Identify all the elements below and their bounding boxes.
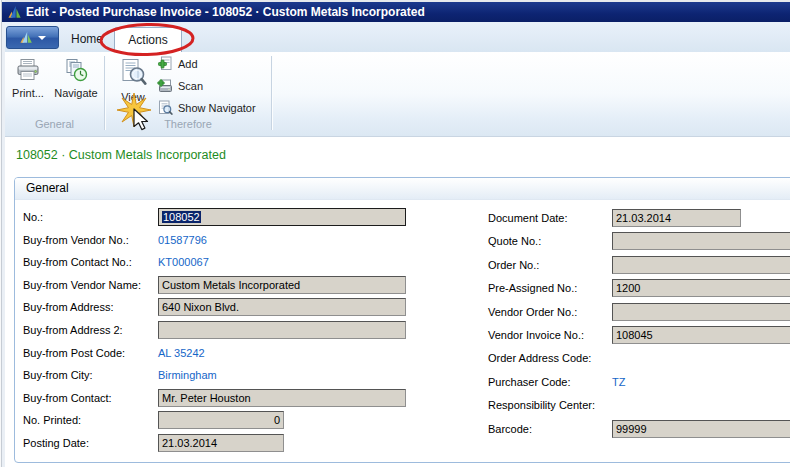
navigate-button[interactable]: Navigate [50, 54, 102, 118]
scan-button[interactable]: Scan [157, 77, 203, 95]
page-green-plus-icon [157, 56, 173, 72]
field-label: Order Address Code: [488, 349, 591, 367]
printer-icon [16, 58, 40, 82]
documents-clock-icon [64, 58, 88, 82]
field-label: Purchaser Code: [488, 373, 571, 391]
field-row-barcode: Barcode: 99999 [15, 420, 790, 438]
view-button-label: View [121, 91, 145, 103]
view-button[interactable]: View [110, 54, 156, 118]
purchaser-code-link[interactable]: TZ [612, 373, 625, 391]
add-button-label: Add [178, 58, 198, 70]
field-label: Document Date: [488, 209, 567, 227]
ribbon-group-separator [271, 56, 272, 130]
window-title: Edit - Posted Purchase Invoice - 108052 … [26, 5, 425, 19]
nav-sails-logo-icon [20, 31, 34, 44]
document-date-field[interactable]: 21.03.2014 [612, 209, 741, 227]
show-navigator-button-label: Show Navigator [178, 102, 256, 114]
field-row-vendor-order-no: Vendor Order No.: [15, 303, 790, 321]
scanner-green-plus-icon [157, 78, 173, 94]
field-label: Order No.: [488, 256, 539, 274]
barcode-field[interactable]: 99999 [612, 420, 790, 438]
scan-button-label: Scan [178, 80, 203, 92]
field-label: Quote No.: [488, 232, 541, 250]
show-navigator-button[interactable]: Show Navigator [157, 99, 256, 117]
window-frame-left [0, 0, 5, 467]
field-row-document-date: Document Date: 21.03.2014 [15, 209, 790, 227]
page-small-magnifier-icon [157, 100, 173, 116]
field-row-purchaser-code: Purchaser Code: TZ [15, 373, 790, 391]
field-label: Pre-Assigned No.: [488, 279, 577, 297]
ribbon-tab-strip: Home Actions [5, 22, 790, 52]
field-label: Vendor Order No.: [488, 303, 577, 321]
field-row-quote-no: Quote No.: [15, 232, 790, 250]
ribbon: Print... Navigate View [5, 52, 790, 137]
field-row-order-no: Order No.: [15, 256, 790, 274]
window-titlebar: Edit - Posted Purchase Invoice - 108052 … [2, 2, 790, 22]
field-label: Responsibility Center: [488, 396, 595, 414]
pre-assigned-no-field[interactable]: 1200 [612, 279, 790, 297]
field-row-vendor-invoice-no: Vendor Invoice No.: 108045 [15, 326, 790, 344]
ribbon-group-label-general: General [5, 118, 104, 130]
tab-home[interactable]: Home [64, 26, 110, 52]
field-row-pre-assigned-no: Pre-Assigned No.: 1200 [15, 279, 790, 297]
field-label: Barcode: [488, 420, 532, 438]
field-row-responsibility-center: Responsibility Center: [15, 396, 790, 414]
vendor-invoice-no-field[interactable]: 108045 [612, 326, 790, 344]
general-fasttab-header[interactable]: General [15, 178, 790, 200]
chevron-down-icon [38, 36, 46, 40]
quote-no-field[interactable] [612, 232, 790, 250]
field-label: Vendor Invoice No.: [488, 326, 584, 344]
document-magnifier-icon [119, 58, 147, 86]
add-button[interactable]: Add [157, 55, 198, 73]
vendor-order-no-field[interactable] [612, 303, 790, 321]
order-no-field[interactable] [612, 256, 790, 274]
ribbon-group-label-therefore: Therefore [105, 118, 271, 130]
general-fasttab: General No.: 108052 Buy-from Vendor No.:… [14, 177, 790, 463]
nav-sails-logo-icon [8, 5, 23, 19]
print-button[interactable]: Print... [6, 54, 50, 118]
application-menu-button[interactable] [6, 26, 59, 49]
field-row-order-address-code: Order Address Code: [15, 349, 790, 367]
navigate-button-label: Navigate [54, 87, 97, 99]
print-button-label: Print... [12, 87, 44, 99]
general-fasttab-title: General [26, 181, 69, 195]
page-title: 108052 · Custom Metals Incorporated [16, 148, 226, 162]
tab-actions[interactable]: Actions [114, 27, 182, 52]
